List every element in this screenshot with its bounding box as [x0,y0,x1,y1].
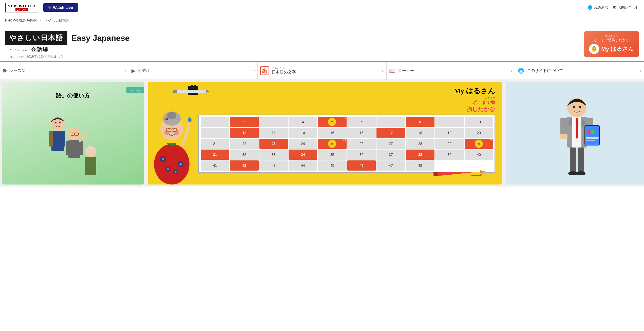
watch-live-button[interactable]: Watch Live [43,3,78,12]
calendar-cell-8: 8 [406,117,434,127]
language-selector[interactable]: 🌐 言語選択 [588,5,608,10]
nav-lesson[interactable]: ❋ レッスン › [0,62,129,80]
pencil-svg [173,85,224,100]
calendar-cell-29: 29 [435,139,464,149]
date-text: 2019年に公開されました [27,54,64,58]
subtitle-text: 会話編 [31,46,48,52]
mail-icon: ✉ [613,5,616,10]
calendar-cell-39: 39 [435,150,464,160]
calendar-cell-21: 21 [201,139,229,149]
harsan-button[interactable]: べんきょう どこまで勉強したかな 👵 My はるさん [584,31,639,57]
nav-video-arrow: › [254,69,255,72]
svg-point-17 [154,144,190,185]
breadcrumb-home[interactable]: NHK WORLD-JAPAN [5,19,37,22]
svg-point-33 [164,130,169,135]
calendar-cell-31: 31 [201,150,229,160]
svg-point-21 [179,163,182,166]
calendar-cell-40: 40 [465,150,493,160]
nav-lesson-arrow: › [125,69,126,72]
card2-header: My はるさん べんきょう どこまで勉 強したかな [198,86,498,113]
calendar-cell-33: 33 [259,150,288,160]
svg-rect-46 [433,172,438,176]
nav-video[interactable]: ▶ ビデオ › [129,62,258,80]
calendar-cell-9: 9 [435,117,464,127]
card1-title-text: 語」の使い方 [56,92,90,99]
harsan-avatar: 👵 [589,44,599,54]
calendar-cell-46: 46 [347,160,376,171]
title-english: Easy Japanese [67,31,134,45]
card-character-screen[interactable] [506,82,644,185]
svg-point-28 [167,112,176,119]
card1-title: 語」の使い方 [2,90,144,101]
svg-marker-45 [482,172,487,176]
svg-point-14 [85,131,88,135]
card2-title-main: My はるさん [198,86,495,96]
nav-about-label: このサイトについて [527,68,563,73]
nav-nihongo[interactable]: あ にほんご もじ 日本語の文字 ∨ [258,62,387,80]
card-lesson-usage[interactable]: つか かた 語」の使い方 [2,82,144,185]
contact-link[interactable]: ✉ お問い合わせ [613,5,639,10]
svg-rect-60 [585,126,599,145]
calendar-cell-43: 43 [259,160,288,171]
calendar-cell-12: 12 [230,128,259,138]
nhk-logo-japan-text: JAPAN [15,8,28,11]
svg-rect-63 [586,137,599,139]
calendar-cell-1: 1 [201,117,229,127]
svg-rect-66 [578,148,584,173]
pencil-decoration [173,85,224,101]
calendar-cell-27: 27 [376,139,405,149]
calendar-cell-15: 15 [318,128,347,138]
svg-point-51 [579,106,581,108]
calendar-cell-24: 24 [289,139,317,149]
header-right: 🌐 言語選択 ✉ お問い合わせ [588,5,639,10]
calendar-cell-14: 14 [289,128,317,138]
svg-point-25 [175,171,177,173]
svg-rect-7 [68,140,80,158]
subtitle-ruby: かいわへん [9,48,29,52]
calendar-cell-10: 10 [465,117,493,127]
lesson-icon: ❋ [3,68,7,74]
svg-rect-65 [570,148,576,173]
svg-rect-39 [191,85,193,87]
calendar-cell-45: 45 [318,160,347,171]
calendar-cell-5: 😊5 [318,117,347,127]
svg-line-35 [183,129,188,144]
svg-point-19 [162,158,164,160]
nav-bar: ❋ レッスン › ▶ ビデオ › あ にほんご もじ 日本語の文字 ∨ 📖 コー… [0,61,644,80]
calendar-cell-26: 26 [347,139,376,149]
breadcrumb-current: やさしい日本語 [46,19,69,22]
card-harsan-calendar[interactable]: My はるさん べんきょう どこまで勉 強したかな 1234😊567891011… [148,82,502,185]
title-date: ねん こうかい 2019年に公開されました [5,53,134,59]
calendar-cell-28: 28 [406,139,434,149]
breadcrumb: NHK WORLD-JAPAN › やさしい日本語 [0,15,644,26]
calendar-cell-17: 17 [376,128,405,138]
nav-nihongo-arrow: ∨ [382,69,384,72]
watch-live-label: Watch Live [53,5,73,10]
calendar-cell-6: 6 [347,117,376,127]
svg-point-23 [167,168,169,170]
svg-point-37 [188,117,192,122]
card2-title-sub2: 強したかな [198,105,495,113]
bottom-pencils-svg [433,166,497,181]
calendar-cell-41: 41 [201,160,229,171]
harsan-btn-top: どこまで勉強したかな [589,38,634,42]
calendar-cell-3: 3 [259,117,288,127]
grandma-svg [148,93,196,185]
svg-point-61 [587,130,591,134]
harsan-btn-name: My はるさん [601,45,634,53]
svg-point-68 [576,171,585,175]
nav-nihongo-label: 日本語の文字 [272,70,296,75]
nav-about-arrow: ∨ [639,69,641,72]
nav-video-label: ビデオ [138,68,150,73]
nav-about[interactable]: 🌐 このサイトについて ∨ [515,62,644,80]
breadcrumb-separator: › [40,19,41,22]
svg-rect-9 [80,141,83,155]
harsan-ruby-text: べんきょう [604,34,618,37]
nhk-logo[interactable]: NHK WORLD JAPAN [5,3,38,12]
calendar-cell-47: 47 [376,160,405,171]
calendar-cell-2: 2 [230,117,259,127]
calendar-cell-13: 13 [259,128,288,138]
page-title-area: やさしい日本語 Easy Japanese かいわへん 会話編 ねん こうかい … [0,26,644,61]
nav-lesson-label: レッスン [9,68,26,73]
nav-corner[interactable]: 📖 コーナー ∨ [387,62,516,80]
